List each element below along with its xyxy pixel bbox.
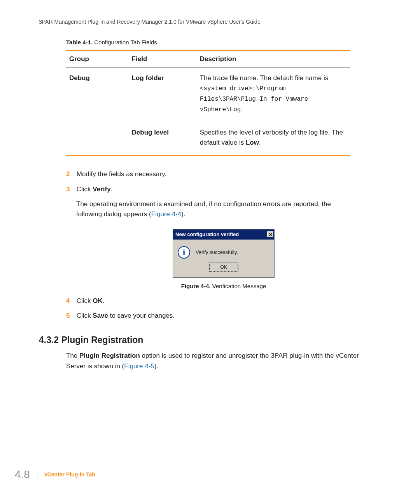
figure-caption-text: Verification Message: [211, 283, 266, 289]
col-description: Description: [197, 51, 350, 68]
dialog-title-text: New configuration verified: [175, 231, 239, 238]
desc-text: Specifies the level of verbosity of the …: [200, 129, 343, 146]
section-paragraph: The Plugin Registration option is used t…: [66, 351, 362, 371]
step-2: 2 Modify the fields as necessary.: [66, 169, 381, 179]
cell-group: [66, 122, 129, 156]
body-post: ).: [181, 210, 185, 218]
close-icon[interactable]: ✕: [267, 231, 273, 237]
desc-text: The trace file name. The default file na…: [200, 74, 328, 82]
verification-dialog: New configuration verified ✕ i Verify su…: [173, 229, 275, 278]
step-3-body: The operating environment is examined an…: [76, 199, 356, 220]
step-verify-label: Verify: [93, 186, 110, 193]
footer-divider: [37, 469, 37, 480]
figure-link[interactable]: Figure 4-4: [151, 210, 181, 218]
desc-text-end: .: [259, 139, 261, 146]
table-caption: Table 4-1. Configuration Tab Fields: [66, 39, 381, 46]
figure-caption-number: Figure 4-4.: [181, 283, 211, 289]
step-4: 4 Click OK.: [66, 296, 381, 306]
cell-field: Debug level: [129, 122, 197, 156]
step-3: 3 Click Verify.: [66, 184, 381, 194]
dialog-message: Verify successfully.: [196, 248, 238, 256]
desc-path: <system drive>:\Program Files\3PAR\Plug-…: [200, 85, 308, 113]
step-5: 5 Click Save to save your changes.: [66, 311, 381, 321]
cell-desc: Specifies the level of verbosity of the …: [197, 122, 350, 156]
para-post: ).: [154, 362, 158, 370]
col-field: Field: [129, 51, 197, 68]
step-text-post: .: [103, 297, 105, 304]
info-icon: i: [178, 246, 190, 259]
step-save-label: Save: [93, 312, 108, 319]
cell-field: Log folder: [129, 67, 197, 122]
desc-text-end: .: [241, 105, 243, 113]
ok-button[interactable]: OK: [209, 263, 238, 272]
step-number: 2: [66, 169, 75, 179]
footer-section-label: vCenter Plug-in Tab: [44, 471, 95, 478]
cell-group: Debug: [66, 67, 129, 122]
config-table: Group Field Description Debug Log folder…: [66, 50, 350, 156]
figure-caption: Figure 4-4. Verification Message: [66, 282, 381, 290]
para-bold: Plugin Registration: [79, 352, 140, 359]
cell-desc: The trace file name. The default file na…: [197, 67, 350, 122]
page-footer: 4.8 vCenter Plug-in Tab: [15, 468, 95, 481]
table-caption-text: Configuration Tab Fields: [93, 39, 157, 46]
step-number: 4: [66, 296, 75, 306]
step-text-post: .: [111, 186, 113, 193]
steps: 2 Modify the fields as necessary. 3 Clic…: [66, 169, 381, 321]
page-number: 4.8: [15, 468, 30, 481]
step-number: 5: [66, 311, 75, 321]
dialog-titlebar: New configuration verified ✕: [173, 229, 274, 240]
step-text-pre: Click: [77, 297, 93, 304]
step-text-post: to save your changes.: [108, 312, 175, 319]
step-text-pre: Click: [77, 312, 93, 319]
step-number: 3: [66, 184, 75, 194]
table-row: Debug level Specifies the level of verbo…: [66, 122, 350, 156]
step-ok-label: OK: [93, 297, 103, 304]
step-text-pre: Click: [77, 186, 93, 193]
col-group: Group: [66, 51, 129, 68]
step-text: Modify the fields as necessary.: [77, 170, 166, 178]
body-pre: The operating environment is examined an…: [76, 200, 331, 218]
desc-bold: Low: [246, 139, 259, 146]
running-header: 3PAR Management Plug-In and Recovery Man…: [39, 19, 381, 25]
para-pre: The: [66, 352, 79, 359]
section-heading: 4.3.2 Plugin Registration: [39, 335, 381, 345]
table-caption-number: Table 4-1.: [66, 39, 93, 46]
figure-link[interactable]: Figure 4-5: [124, 362, 154, 370]
table-row: Debug Log folder The trace file name. Th…: [66, 67, 350, 122]
